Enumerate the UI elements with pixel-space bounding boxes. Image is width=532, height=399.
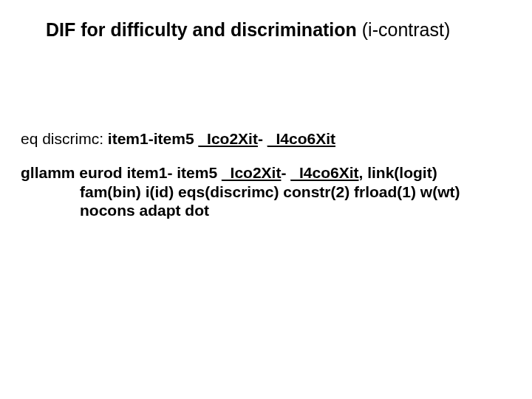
eq-definition-line: eq discrimc: item1-item5 _Ico2Xit- _I4co… (21, 130, 335, 148)
title-main: DIF for difficulty and discrimination (46, 19, 362, 40)
eq-under-1: _Ico2Xit (198, 130, 258, 147)
code-l1-a: gllamm eurod item1- item5 (21, 164, 222, 181)
code-line-3: nocons adapt dot (21, 201, 502, 220)
eq-prefix: eq discrimc: (21, 130, 108, 147)
code-l1-u2: _I4co6Xit (290, 164, 358, 181)
title-contrast: (i-contrast) (362, 19, 450, 40)
slide: DIF for difficulty and discrimination (i… (0, 0, 532, 399)
code-l1-b: , link(logit) (359, 164, 437, 181)
code-l1-u1: _Ico2Xit (222, 164, 282, 181)
code-l1-m: - (281, 164, 290, 181)
eq-items: item1-item5 (108, 130, 199, 147)
eq-dash: - (258, 130, 267, 147)
code-line-2: fam(bin) i(id) eqs(discrimc) constr(2) f… (21, 183, 502, 202)
code-line-1: gllamm eurod item1- item5 _Ico2Xit- _I4c… (21, 163, 502, 183)
eq-under-2: _I4co6Xit (267, 130, 335, 147)
gllamm-command: gllamm eurod item1- item5 _Ico2Xit- _I4c… (21, 163, 502, 220)
slide-title: DIF for difficulty and discrimination (i… (46, 19, 450, 41)
